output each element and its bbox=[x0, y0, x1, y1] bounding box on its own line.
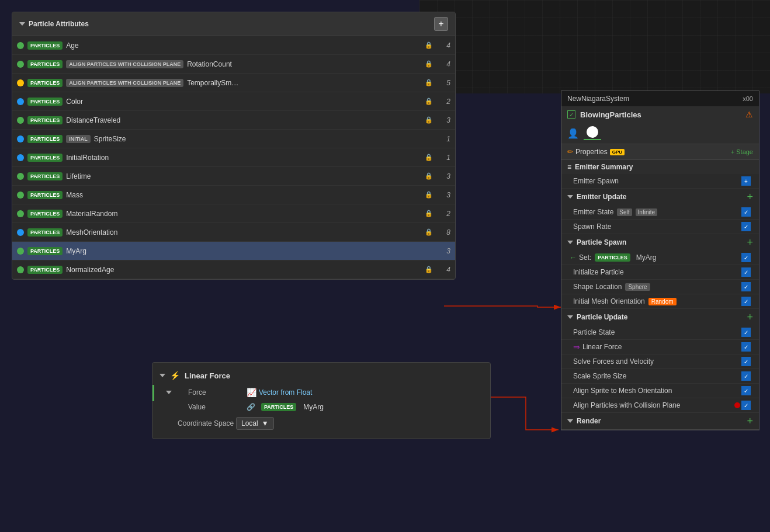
solve-forces-check[interactable]: ✓ bbox=[741, 357, 751, 366]
set-check[interactable]: ✓ bbox=[741, 253, 751, 262]
init-particle-item: Initialize Particle ✓ bbox=[561, 265, 759, 280]
shape-location-label: Shape Location bbox=[573, 283, 622, 291]
align-particles-label: Align Particles with Collision Plane bbox=[573, 401, 734, 409]
emitter-update-title: Emitter Update bbox=[567, 193, 626, 201]
attribute-count: 3 bbox=[439, 172, 450, 180]
eu-add-btn[interactable]: + bbox=[747, 192, 753, 202]
shape-location-item: Shape Location Sphere ✓ bbox=[561, 280, 759, 294]
table-row[interactable]: PARTICLESMyArg3 bbox=[12, 242, 455, 260]
emitter-spawn-check[interactable]: + bbox=[741, 176, 751, 186]
particle-state-check[interactable]: ✓ bbox=[741, 328, 751, 337]
lock-icon: 🔒 bbox=[425, 172, 433, 180]
lf-coord-row: Coordinate Space Local ▼ bbox=[159, 414, 490, 433]
align-particles-item: Align Particles with Collision Plane ✓ bbox=[561, 398, 759, 413]
chevron-down-icon[interactable] bbox=[19, 22, 25, 26]
linear-force-check[interactable]: ✓ bbox=[741, 342, 751, 352]
render-header[interactable]: Render + bbox=[561, 413, 759, 429]
table-row[interactable]: PARTICLESINITIALSpriteSize1 bbox=[12, 130, 455, 148]
arrow-left-icon: ← bbox=[570, 253, 577, 262]
init-particle-check[interactable]: ✓ bbox=[741, 267, 751, 277]
render-title: Render bbox=[567, 417, 601, 425]
emitter-checkbox[interactable]: ✓ bbox=[567, 110, 575, 119]
scale-sprite-check[interactable]: ✓ bbox=[741, 371, 751, 381]
properties-label: ✏ Properties GPU bbox=[567, 148, 625, 156]
attribute-name: Mass bbox=[66, 191, 425, 199]
emitter-update-label: Emitter Update bbox=[577, 193, 626, 201]
summary-label: Emitter Summary bbox=[575, 163, 633, 171]
pu-add-btn[interactable]: + bbox=[747, 312, 753, 322]
green-underline bbox=[584, 139, 601, 140]
ps-add-btn[interactable]: + bbox=[747, 237, 753, 248]
align-sprite-item: Align Sprite to Mesh Orientation ✓ bbox=[561, 384, 759, 398]
lf-chevron-icon[interactable] bbox=[159, 374, 165, 377]
local-dropdown[interactable]: Local ▼ bbox=[236, 417, 274, 430]
table-row[interactable]: PARTICLESALIGN PARTICLES WITH COLLISION … bbox=[12, 74, 455, 92]
lock-icon: 🔒 bbox=[425, 41, 433, 49]
attribute-name: InitialRotation bbox=[66, 154, 425, 162]
render-chevron bbox=[567, 419, 573, 423]
lf-coord-label: Coordinate Space bbox=[166, 419, 236, 427]
particles-tag: PARTICLES bbox=[27, 247, 63, 255]
emitter-state-content: Emitter State Self Infinite bbox=[573, 208, 657, 216]
panel-title-text: Particle Attributes bbox=[29, 20, 89, 28]
lock-icon: 🔒 bbox=[425, 266, 433, 273]
dropdown-chevron: ▼ bbox=[262, 419, 269, 427]
table-row[interactable]: PARTICLESALIGN PARTICLES WITH COLLISION … bbox=[12, 55, 455, 74]
attribute-name: DistanceTraveled bbox=[66, 116, 425, 124]
dot-indicator bbox=[17, 61, 24, 68]
emitter-state-check[interactable]: ✓ bbox=[741, 207, 751, 217]
render-add-btn[interactable]: + bbox=[747, 416, 753, 426]
particles-tag: PARTICLES bbox=[27, 154, 63, 162]
solve-forces-item: Solve Forces and Velocity ✓ bbox=[561, 354, 759, 369]
shape-location-check[interactable]: ✓ bbox=[741, 282, 751, 291]
lf-value-content: 🔗 PARTICLES MyArg bbox=[247, 403, 483, 411]
attribute-count: 3 bbox=[439, 191, 450, 199]
add-button[interactable]: + bbox=[434, 17, 448, 31]
attribute-name: Lifetime bbox=[66, 172, 425, 180]
table-row[interactable]: PARTICLESNormalizedAge🔒4 bbox=[12, 260, 455, 279]
summary-header[interactable]: ≡ Emitter Summary bbox=[561, 160, 759, 174]
init-particle-label: Initialize Particle bbox=[573, 268, 741, 276]
warning-icon: ⚠ bbox=[745, 110, 753, 119]
particle-spawn-header[interactable]: Particle Spawn + bbox=[561, 234, 759, 251]
table-row[interactable]: PARTICLESAge🔒4 bbox=[12, 36, 455, 55]
vector-label: Vector from Float bbox=[259, 388, 312, 397]
particles-tag: PARTICLES bbox=[27, 98, 63, 106]
align-sprite-check[interactable]: ✓ bbox=[741, 386, 751, 395]
table-row[interactable]: PARTICLESMeshOrientation🔒8 bbox=[12, 223, 455, 242]
lf-force-chevron[interactable] bbox=[166, 391, 172, 394]
subtag: ALIGN PARTICLES WITH COLLISION PLANE bbox=[66, 60, 183, 68]
lf-coord-value: Local ▼ bbox=[236, 417, 483, 430]
mesh-orientation-content: Initial Mesh Orientation Random bbox=[573, 297, 677, 305]
attribute-name: Color bbox=[66, 98, 425, 106]
align-particles-check[interactable]: ✓ bbox=[741, 401, 751, 410]
particles-tag: PARTICLES bbox=[27, 116, 63, 124]
table-row[interactable]: PARTICLESColor🔒2 bbox=[12, 92, 455, 111]
mesh-orientation-check[interactable]: ✓ bbox=[741, 297, 751, 306]
emitter-update-header[interactable]: Emitter Update + bbox=[561, 189, 759, 205]
sphere-badge: Sphere bbox=[625, 283, 650, 291]
table-row[interactable]: PARTICLESLifetime🔒3 bbox=[12, 167, 455, 186]
lf-force-label: Force bbox=[176, 388, 247, 397]
attribute-count: 3 bbox=[439, 116, 450, 124]
dot-indicator bbox=[17, 135, 24, 142]
attribute-count: 1 bbox=[439, 154, 450, 162]
lock-icon: 🔒 bbox=[425, 228, 433, 236]
emitter-spawn-item: Emitter Spawn + bbox=[561, 174, 759, 189]
stage-button[interactable]: + Stage bbox=[731, 148, 753, 155]
set-label-content: ← Set: PARTICLES MyArg bbox=[570, 253, 656, 262]
table-row[interactable]: PARTICLESDistanceTraveled🔒3 bbox=[12, 111, 455, 130]
lf-force-value: 📈 Vector from Float bbox=[247, 388, 483, 397]
emitter-state-item: Emitter State Self Infinite ✓ bbox=[561, 205, 759, 220]
table-row[interactable]: PARTICLESInitialRotation🔒1 bbox=[12, 148, 455, 167]
particles-tag: PARTICLES bbox=[27, 191, 63, 199]
particle-update-header[interactable]: Particle Update + bbox=[561, 309, 759, 325]
emitter-spawn-label: Emitter Spawn bbox=[573, 177, 741, 185]
table-row[interactable]: PARTICLESMass🔒3 bbox=[12, 186, 455, 204]
random-badge: Random bbox=[648, 298, 677, 305]
spawn-rate-check[interactable]: ✓ bbox=[741, 222, 751, 231]
properties-row: ✏ Properties GPU + Stage bbox=[561, 144, 759, 160]
table-row[interactable]: PARTICLESMaterialRandom🔒2 bbox=[12, 204, 455, 223]
set-particles-tag: PARTICLES bbox=[595, 253, 630, 262]
set-keyword: Set: bbox=[579, 253, 591, 262]
